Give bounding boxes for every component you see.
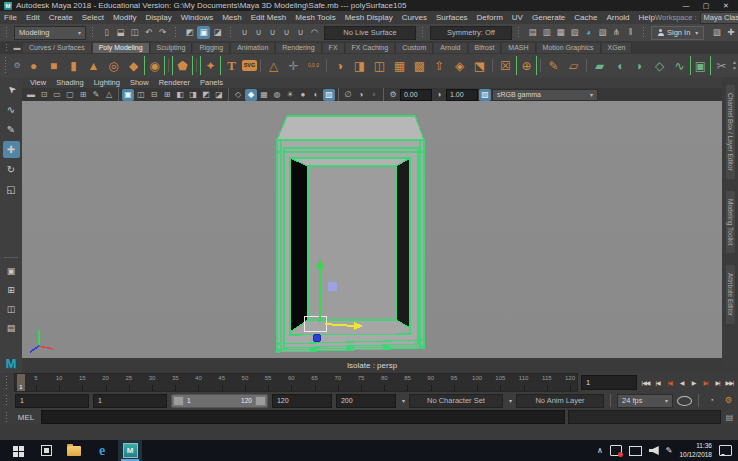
menu-file[interactable]: File [4, 13, 17, 22]
animation-end-field[interactable]: 200 [336, 394, 396, 408]
four-pane-layout-icon[interactable]: ⊞ [3, 282, 20, 299]
camera-lock-icon[interactable]: ▬ [25, 89, 37, 101]
multi-cut-icon[interactable]: ▰ [590, 56, 609, 75]
menu-modify[interactable]: Modify [113, 13, 137, 22]
chevron-down-icon[interactable]: ▾ [509, 397, 512, 404]
step-forward-key-button[interactable]: ▶| [700, 376, 711, 389]
menu-select[interactable]: Select [82, 13, 104, 22]
hypershade-pane-icon[interactable]: ◩ [200, 89, 212, 101]
super-shape-icon[interactable]: ✦ [200, 56, 221, 75]
select-hierarchy-icon[interactable]: ◩ [183, 26, 196, 39]
menu-arnold[interactable]: Arnold [606, 13, 629, 22]
command-language-button[interactable]: MEL [14, 413, 38, 422]
two-pane-layout-icon[interactable]: ◫ [3, 301, 20, 318]
maximize-button[interactable]: ▢ [698, 2, 714, 10]
gear-axes-icon[interactable]: ✛ [284, 56, 303, 75]
workspace-selector[interactable]: Maya Classic* ▾ [700, 12, 738, 24]
shelf-tab-xgen[interactable]: XGen [602, 43, 633, 53]
panel-menu-view[interactable]: View [30, 78, 46, 87]
step-forward-frame-button[interactable]: ▶| [712, 376, 723, 389]
insert-edge-loop-icon[interactable]: ◇ [650, 56, 669, 75]
lasso-tool-icon[interactable]: ∿ [3, 101, 20, 118]
humanik-toggle-icon[interactable]: ✚ [724, 26, 737, 39]
scale-tool-icon[interactable]: ◱ [3, 181, 20, 198]
view-transform-icon[interactable]: ▨ [479, 89, 491, 101]
menu-create[interactable]: Create [49, 13, 73, 22]
step-back-key-button[interactable]: |◀ [664, 376, 675, 389]
camera-settings-icon[interactable]: ▫ [368, 89, 380, 101]
slide-edge-icon[interactable]: ✂ [712, 56, 731, 75]
notification-badge-icon[interactable] [610, 445, 622, 456]
modeling-toolkit-toggle-icon[interactable]: ▨ [710, 26, 723, 39]
volume-icon[interactable] [649, 446, 659, 455]
lattice-icon[interactable]: ☒ [496, 56, 515, 75]
auto-key-icon[interactable]: ◔ [705, 394, 718, 407]
render-view-icon[interactable]: ▤ [526, 26, 539, 39]
current-frame-field[interactable]: 1 [581, 375, 637, 390]
combine-icon[interactable]: ◑ [330, 56, 349, 75]
shelf-tab-rigging[interactable]: Rigging [193, 43, 230, 53]
hidden-icons-chevron[interactable]: ∧ [597, 447, 603, 455]
animation-preferences-icon[interactable]: ⚙ [722, 394, 735, 407]
type-tool-icon[interactable]: T [222, 56, 241, 75]
shelf-menu-icon[interactable]: ▬ [12, 44, 22, 51]
play-forwards-button[interactable]: ▶ [688, 376, 699, 389]
no-live-surface-button[interactable]: No Live Surface [324, 26, 416, 40]
create-polygon-icon[interactable]: ✎ [544, 56, 563, 75]
move-tool-icon[interactable]: ✚ [3, 141, 20, 158]
snap-to-view-plane-icon[interactable]: ∪ [294, 26, 307, 39]
z-axis-handle[interactable] [313, 334, 321, 342]
shelf-tab-curves-surfaces[interactable]: Curves / Surfaces [23, 43, 92, 53]
poly-plane-icon[interactable]: ◆ [124, 56, 143, 75]
go-to-end-button[interactable]: ▶▶| [724, 376, 735, 389]
sign-in-button[interactable]: Sign In ▾ [651, 26, 704, 40]
select-tool-icon[interactable]: ➤ [0, 77, 23, 101]
poly-sphere-icon[interactable]: ● [24, 56, 43, 75]
platonic-solid-icon[interactable]: ⬟ [172, 56, 193, 75]
shelf-tab-arnold[interactable]: Arnold [434, 43, 467, 53]
2d-pan-zoom-icon[interactable]: ⊞ [77, 89, 89, 101]
snap-to-point-icon[interactable]: ∪ [266, 26, 279, 39]
outliner-pane-icon[interactable]: ◧ [174, 89, 186, 101]
shelf-tab-animation[interactable]: Animation [231, 43, 275, 53]
speech-bubble-icon[interactable] [677, 396, 692, 406]
bookmarks-icon[interactable]: ▭ [51, 89, 63, 101]
undo-icon[interactable]: ↶ [142, 26, 155, 39]
move-to-origin-icon[interactable]: 0,0,0 [304, 56, 323, 75]
range-slider[interactable]: 1 120 [171, 394, 268, 408]
menu-deform[interactable]: Deform [477, 13, 503, 22]
animation-start-field[interactable]: 1 [15, 394, 89, 408]
light-editor-icon[interactable]: ⋔ [610, 26, 623, 39]
play-backwards-button[interactable]: ◀ [676, 376, 687, 389]
xray-icon[interactable]: ◑ [355, 89, 367, 101]
poly-cube-icon[interactable]: ■ [44, 56, 63, 75]
outliner-layout-icon[interactable]: ▤ [3, 320, 20, 337]
extrude-icon[interactable]: ⇧ [430, 56, 449, 75]
shelf-tab-bifrost[interactable]: Bifrost [469, 43, 502, 53]
drag-grip[interactable] [642, 26, 646, 39]
drag-grip[interactable] [5, 375, 9, 390]
range-end-handle[interactable] [255, 396, 266, 406]
drag-grip[interactable] [5, 411, 9, 423]
mirror-icon[interactable]: ◫ [370, 56, 389, 75]
sphere-project-icon[interactable]: ⊕ [516, 56, 537, 75]
smooth-icon[interactable]: ◈ [450, 56, 469, 75]
svg-tool-icon[interactable]: SVG [242, 60, 257, 71]
sidebar-tab-attribute-editor[interactable]: Attribute Editor [726, 265, 735, 324]
drag-grip[interactable] [91, 26, 95, 39]
menu-set-selector[interactable]: Modeling ▾ [14, 26, 86, 40]
save-scene-icon[interactable]: ◫ [128, 26, 141, 39]
drag-grip[interactable] [5, 394, 9, 407]
panel-menu-lighting[interactable]: Lighting [94, 78, 120, 87]
open-scene-icon[interactable]: ⬓ [114, 26, 127, 39]
symmetry-field[interactable]: Symmetry: Off [430, 26, 512, 40]
graph-pane-icon[interactable]: ◨ [187, 89, 199, 101]
shelf-tab-rendering[interactable]: Rendering [276, 43, 321, 53]
display-icon[interactable] [629, 446, 642, 456]
camera-attributes-icon[interactable]: ⊡ [38, 89, 50, 101]
shelf-tab-fx-caching[interactable]: FX Caching [346, 43, 396, 53]
shelf-tab-custom[interactable]: Custom [396, 43, 433, 53]
textured-icon[interactable]: ▦ [258, 89, 270, 101]
chevron-down-icon[interactable]: ▾ [402, 397, 405, 404]
quad-draw-icon[interactable]: ▱ [564, 56, 583, 75]
